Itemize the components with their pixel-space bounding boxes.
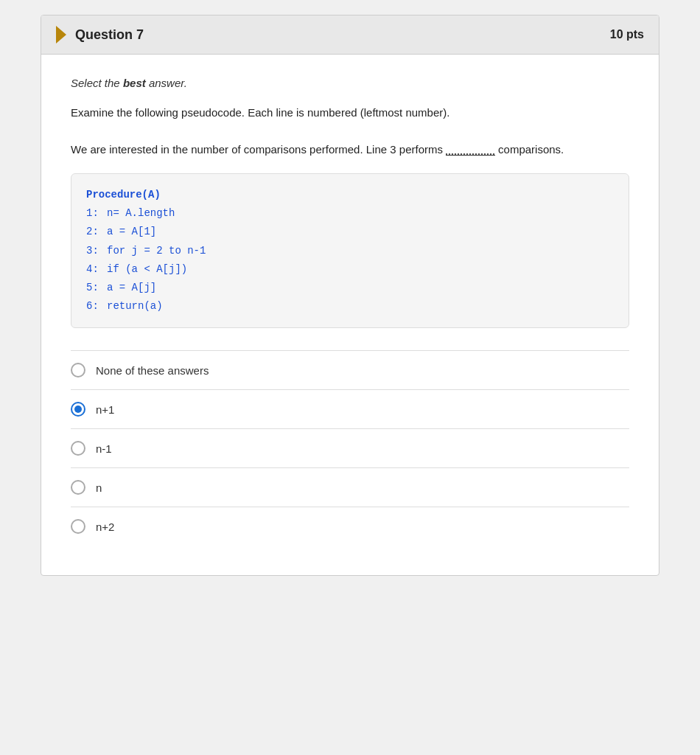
line-num-3: 3:	[86, 242, 101, 260]
description1: Examine the following pseudocode. Each l…	[71, 104, 629, 122]
code-line-3: 3: for j = 2 to n-1	[86, 242, 614, 260]
answer-n+1[interactable]: n+1	[71, 390, 629, 429]
line-num-1: 1:	[86, 204, 101, 223]
instruction-text: Select the best answer.	[71, 77, 629, 89]
instruction-prefix: Select the	[71, 77, 123, 89]
answer-none[interactable]: None of these answers	[71, 351, 629, 390]
answer-n[interactable]: n	[71, 468, 629, 507]
description2: We are interested in the number of compa…	[71, 141, 629, 159]
procedure-title: Procedure(A)	[86, 186, 614, 204]
code-line-6: 6: return(a)	[86, 297, 614, 316]
desc2-blank: ________	[446, 143, 495, 156]
pseudocode-block: Procedure(A) 1: n= A.length 2: a = A[1] …	[71, 173, 629, 328]
code-text-2: a = A[1]	[107, 223, 156, 241]
code-text-1: n= A.length	[107, 204, 175, 223]
question-card: Question 7 10 pts Select the best answer…	[41, 15, 659, 576]
radio-none[interactable]	[71, 363, 85, 378]
code-line-1: 1: n= A.length	[86, 204, 614, 223]
question-body: Select the best answer. Examine the foll…	[41, 55, 659, 575]
instruction-bold: best	[123, 77, 146, 89]
answers-section: None of these answers n+1 n-1 n n+2	[71, 350, 629, 546]
desc2-post: comparisons.	[495, 143, 564, 156]
code-line-4: 4: if (a < A[j])	[86, 260, 614, 279]
radio-n-1[interactable]	[71, 441, 85, 456]
code-text-5: a = A[j]	[107, 279, 156, 297]
radio-n+1[interactable]	[71, 402, 85, 417]
answer-n-1[interactable]: n-1	[71, 429, 629, 468]
answer-n+2[interactable]: n+2	[71, 507, 629, 546]
answer-n+1-label: n+1	[96, 403, 114, 416]
code-text-6: return(a)	[107, 297, 163, 316]
answer-n-1-label: n-1	[96, 442, 112, 455]
bookmark-icon	[56, 26, 66, 44]
code-text-4: if (a < A[j])	[107, 260, 187, 279]
answer-none-label: None of these answers	[96, 364, 209, 377]
question-header: Question 7 10 pts	[41, 15, 659, 55]
radio-n[interactable]	[71, 480, 85, 495]
answer-n-label: n	[96, 481, 102, 494]
question-title: Question 7	[75, 27, 144, 43]
line-num-6: 6:	[86, 297, 101, 316]
code-line-2: 2: a = A[1]	[86, 223, 614, 241]
answer-n+2-label: n+2	[96, 521, 114, 533]
code-line-5: 5: a = A[j]	[86, 279, 614, 297]
instruction-suffix: answer.	[146, 77, 187, 89]
line-num-4: 4:	[86, 260, 101, 279]
radio-n+1-fill	[74, 406, 82, 413]
radio-n+2[interactable]	[71, 519, 85, 534]
code-text-3: for j = 2 to n-1	[107, 242, 206, 260]
question-points: 10 pts	[610, 28, 644, 41]
line-num-2: 2:	[86, 223, 101, 241]
line-num-5: 5:	[86, 279, 101, 297]
desc2-pre: We are interested in the number of compa…	[71, 143, 446, 156]
header-left: Question 7	[56, 26, 144, 44]
